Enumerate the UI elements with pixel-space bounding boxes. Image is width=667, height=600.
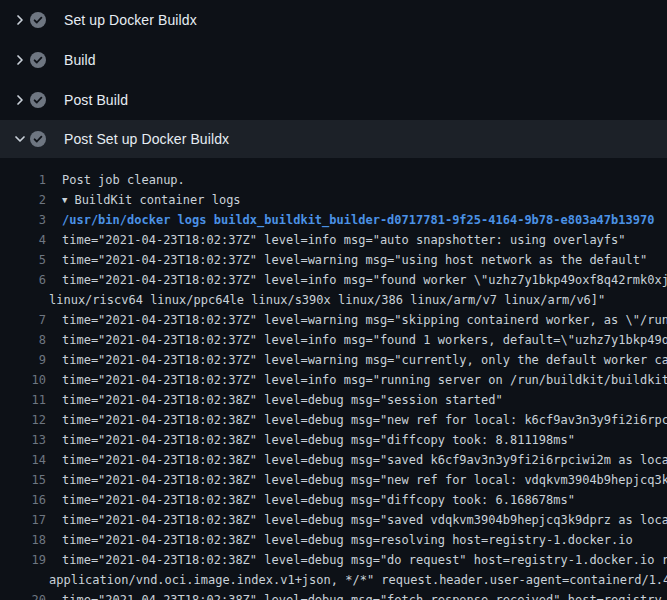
line-number[interactable]: 3 <box>0 210 46 230</box>
log-line: 11time="2021-04-23T18:02:38Z" level=debu… <box>0 390 667 410</box>
check-circle-icon <box>30 52 46 68</box>
line-number[interactable]: 17 <box>0 510 46 530</box>
log-text: time="2021-04-23T18:02:38Z" level=debug … <box>62 553 667 567</box>
log-text: time="2021-04-23T18:02:37Z" level=warnin… <box>62 313 667 327</box>
line-number[interactable]: 5 <box>0 250 46 270</box>
chevron-right-icon <box>12 52 28 68</box>
log-line: linux/riscv64 linux/ppc64le linux/s390x … <box>0 290 667 310</box>
step-title: Post Set up Docker Buildx <box>64 131 229 147</box>
log-line: 15time="2021-04-23T18:02:38Z" level=debu… <box>0 470 667 490</box>
line-number[interactable]: 16 <box>0 490 46 510</box>
log-text: time="2021-04-23T18:02:38Z" level=debug … <box>62 433 575 447</box>
log-line: 4time="2021-04-23T18:02:37Z" level=info … <box>0 230 667 250</box>
log-text: BuildKit container logs <box>74 193 240 207</box>
step-title: Set up Docker Buildx <box>64 12 197 28</box>
line-number[interactable]: 15 <box>0 470 46 490</box>
step-title: Build <box>64 52 96 68</box>
log-line: 6time="2021-04-23T18:02:37Z" level=info … <box>0 270 667 290</box>
log-line: 8time="2021-04-23T18:02:37Z" level=info … <box>0 330 667 350</box>
log-line: 5time="2021-04-23T18:02:37Z" level=warni… <box>0 250 667 270</box>
chevron-right-icon <box>12 12 28 28</box>
check-circle-icon <box>30 92 46 108</box>
check-circle-icon <box>30 12 46 28</box>
log-line: 16time="2021-04-23T18:02:38Z" level=debu… <box>0 490 667 510</box>
log-output: 1Post job cleanup.2▼BuildKit container l… <box>0 158 667 600</box>
step-header[interactable]: Set up Docker Buildx <box>0 0 667 40</box>
line-number[interactable]: 11 <box>0 390 46 410</box>
line-number[interactable]: 13 <box>0 430 46 450</box>
log-line: 20time="2021-04-23T18:02:38Z" level=debu… <box>0 590 667 600</box>
chevron-right-icon <box>12 92 28 108</box>
log-line: 17time="2021-04-23T18:02:38Z" level=debu… <box>0 510 667 530</box>
line-number[interactable]: 4 <box>0 230 46 250</box>
line-number[interactable]: 10 <box>0 370 46 390</box>
log-text: application/vnd.oci.image.index.v1+json,… <box>49 573 667 587</box>
log-text: time="2021-04-23T18:02:38Z" level=debug … <box>62 473 667 487</box>
step-header[interactable]: Post Set up Docker Buildx <box>0 120 667 158</box>
log-text: time="2021-04-23T18:02:37Z" level=info m… <box>62 373 667 387</box>
log-text: time="2021-04-23T18:02:38Z" level=debug … <box>62 453 667 467</box>
log-text: time="2021-04-23T18:02:38Z" level=debug … <box>62 513 667 527</box>
step-title: Post Build <box>64 92 128 108</box>
log-text: time="2021-04-23T18:02:38Z" level=debug … <box>62 593 667 600</box>
line-number[interactable]: 14 <box>0 450 46 470</box>
log-text: time="2021-04-23T18:02:38Z" level=debug … <box>62 413 667 427</box>
chevron-down-icon <box>12 131 28 147</box>
line-number[interactable]: 2 <box>0 190 46 210</box>
log-line: 12time="2021-04-23T18:02:38Z" level=debu… <box>0 410 667 430</box>
log-text: time="2021-04-23T18:02:38Z" level=debug … <box>62 393 503 407</box>
log-group-line[interactable]: 2▼BuildKit container logs <box>0 190 667 210</box>
step-header[interactable]: Post Build <box>0 80 667 120</box>
log-line: 1Post job cleanup. <box>0 170 667 190</box>
line-number[interactable]: 20 <box>0 590 46 600</box>
steps-list: Set up Docker BuildxBuildPost BuildPost … <box>0 0 667 158</box>
log-text: time="2021-04-23T18:02:38Z" level=debug … <box>62 493 575 507</box>
log-line: 9time="2021-04-23T18:02:37Z" level=warni… <box>0 350 667 370</box>
log-line: 19time="2021-04-23T18:02:38Z" level=debu… <box>0 550 667 570</box>
log-text: Post job cleanup. <box>62 173 185 187</box>
log-text: time="2021-04-23T18:02:37Z" level=info m… <box>62 273 667 287</box>
line-number[interactable]: 7 <box>0 310 46 330</box>
line-number[interactable]: 6 <box>0 270 46 290</box>
log-text: /usr/bin/docker logs buildx_buildkit_bui… <box>62 213 654 227</box>
log-line: application/vnd.oci.image.index.v1+json,… <box>0 570 667 590</box>
triangle-down-icon: ▼ <box>62 190 67 210</box>
line-number[interactable]: 8 <box>0 330 46 350</box>
log-text: time="2021-04-23T18:02:38Z" level=debug … <box>62 533 633 547</box>
line-number[interactable]: 12 <box>0 410 46 430</box>
log-line: 10time="2021-04-23T18:02:37Z" level=info… <box>0 370 667 390</box>
actions-log-viewer: Set up Docker BuildxBuildPost BuildPost … <box>0 0 667 600</box>
step-header[interactable]: Build <box>0 40 667 80</box>
log-text: time="2021-04-23T18:02:37Z" level=warnin… <box>62 353 667 367</box>
line-number[interactable]: 9 <box>0 350 46 370</box>
line-number[interactable]: 18 <box>0 530 46 550</box>
log-text: linux/riscv64 linux/ppc64le linux/s390x … <box>49 293 605 307</box>
line-number[interactable]: 1 <box>0 170 46 190</box>
log-text: time="2021-04-23T18:02:37Z" level=warnin… <box>62 253 647 267</box>
log-line: 3/usr/bin/docker logs buildx_buildkit_bu… <box>0 210 667 230</box>
log-line: 13time="2021-04-23T18:02:38Z" level=debu… <box>0 430 667 450</box>
log-text: time="2021-04-23T18:02:37Z" level=info m… <box>62 333 667 347</box>
log-line: 7time="2021-04-23T18:02:37Z" level=warni… <box>0 310 667 330</box>
log-line: 14time="2021-04-23T18:02:38Z" level=debu… <box>0 450 667 470</box>
log-text: time="2021-04-23T18:02:37Z" level=info m… <box>62 233 626 247</box>
log-line: 18time="2021-04-23T18:02:38Z" level=debu… <box>0 530 667 550</box>
check-circle-icon <box>30 131 46 147</box>
line-number[interactable]: 19 <box>0 550 46 570</box>
